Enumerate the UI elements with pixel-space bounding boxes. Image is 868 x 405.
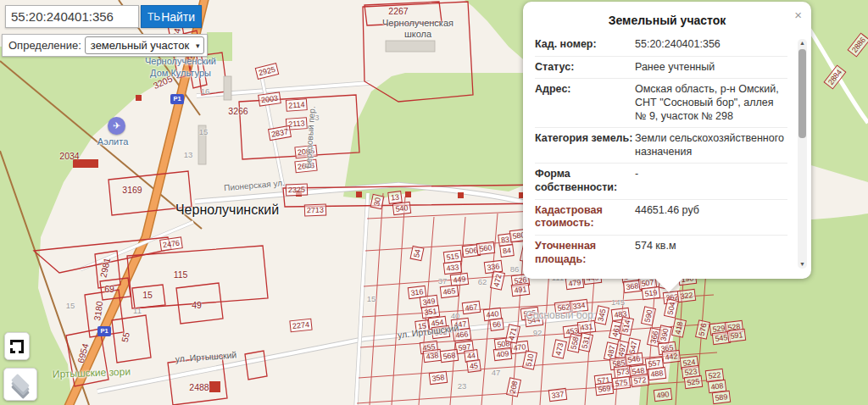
parcel-number[interactable]: 2267 — [388, 7, 408, 16]
quarter-number: 15 — [66, 302, 75, 310]
quarter-number: 23 — [458, 382, 467, 391]
parcel-label[interactable]: 45 — [466, 359, 481, 373]
parcel-label[interactable]: 433 — [443, 261, 463, 275]
object-type-filter: Определение: земельный участок ▾ — [2, 34, 208, 57]
search-input[interactable] — [5, 5, 139, 28]
quarter-number: 62 — [478, 278, 487, 286]
parcel-label[interactable]: 322 — [677, 289, 697, 302]
parcel-label[interactable]: 589 — [712, 391, 732, 404]
parcel-label[interactable]: 525 — [684, 375, 704, 389]
extent-tool-button[interactable] — [4, 332, 30, 360]
parcel-label[interactable]: 2274 — [289, 319, 312, 333]
parcel-label[interactable]: 2325 — [286, 184, 309, 197]
parcel-number[interactable]: 49 — [192, 301, 202, 310]
map-text-label: Дом Культуры — [150, 68, 211, 79]
layers-button[interactable] — [3, 368, 37, 401]
panel-row: Категория земель:Земли сельскохозяйствен… — [535, 127, 787, 163]
panel-scrollbar[interactable]: ▲ ▼ — [798, 39, 807, 269]
parcel-label[interactable]: 560 — [476, 241, 496, 255]
parcel-number[interactable]: 3266 — [228, 107, 248, 116]
parcel-number[interactable]: 3169 — [122, 186, 142, 195]
parcel-label[interactable]: 337 — [548, 388, 568, 402]
parcel-number[interactable]: 55 — [120, 331, 131, 343]
map-text-label: школа — [404, 29, 431, 40]
parcel-label[interactable]: 569 — [595, 382, 615, 396]
quarter-number: 15 — [199, 128, 209, 136]
quarter-number: 92 — [533, 329, 542, 337]
find-button[interactable]: ТЬ Найти — [141, 5, 202, 28]
row-value: 574 кв.м — [635, 240, 676, 266]
parcel-label[interactable]: 591 — [727, 329, 747, 342]
panel-row: Форма собственности:- — [535, 163, 787, 198]
row-value: 44651.46 руб — [635, 204, 699, 230]
parcel-number[interactable]: 2488 — [189, 383, 209, 392]
parcel-label[interactable]: 490 — [654, 388, 673, 402]
row-label: Форма собственности: — [535, 168, 635, 194]
layers-icon — [9, 374, 31, 395]
parcel-label[interactable]: 488 — [648, 367, 667, 380]
parcel-label[interactable]: 2713 — [304, 204, 327, 217]
panel-rows: Кад. номер:55:20:240401:356Статус:Ранее … — [535, 34, 787, 270]
row-label: Статус: — [535, 61, 635, 75]
row-value: 55:20:240401:356 — [635, 38, 721, 52]
object-type-select[interactable]: земельный участок ▾ — [85, 36, 204, 54]
scroll-down-icon[interactable]: ▼ — [798, 260, 807, 269]
quarter-number: 47 — [492, 369, 501, 377]
parcel-label[interactable]: 540 — [392, 202, 412, 215]
filter-label: Определение: — [8, 39, 81, 52]
scroll-up-icon[interactable]: ▲ — [798, 39, 807, 47]
row-value: Ранее учтенный — [635, 61, 715, 75]
parcel-label[interactable]: 84 — [499, 244, 515, 258]
panel-row: Кадастровая стоимость:44651.46 руб — [535, 199, 787, 235]
parcel-label[interactable]: 465 — [440, 285, 459, 298]
row-value: Земли сельскохозяйственного назначения — [635, 132, 787, 158]
row-value: Омская область, р-н Омский, СНТ "Сосновы… — [635, 83, 787, 123]
parcel-label[interactable]: 467 — [462, 301, 481, 314]
parcel-number[interactable]: 115 — [174, 270, 188, 280]
quarter-number: 11 — [133, 307, 142, 315]
close-icon[interactable]: × — [794, 8, 802, 21]
parcel-label[interactable]: 442 — [662, 350, 682, 363]
quarter-number: 145 — [611, 298, 625, 307]
parcel-label[interactable]: 2114 — [286, 98, 308, 112]
parcel-label[interactable]: 491 — [511, 283, 531, 297]
parcel-number[interactable]: 15 — [142, 291, 153, 300]
parcel-label[interactable]: 358 — [429, 371, 448, 385]
row-value: - — [635, 168, 638, 194]
road-shield-icon: Р1 — [97, 326, 111, 336]
map-text-label: Чернолученская — [382, 18, 453, 29]
quarter-number: 86 — [510, 265, 520, 274]
map-text-label: Чернолучинский — [175, 202, 279, 218]
map-text-label: Сосновый бор — [526, 310, 593, 322]
quarter-number: 13 — [184, 151, 193, 159]
panel-row: Кад. номер:55:20:240401:356 — [535, 34, 787, 56]
map-text-label: Чернолученский — [145, 56, 216, 67]
selected-object-type: земельный участок — [91, 39, 189, 52]
extent-icon — [10, 340, 24, 353]
parcel-label[interactable]: 66 — [489, 318, 504, 331]
search-bar: ТЬ Найти — [5, 5, 202, 28]
row-label: Кад. номер: — [535, 38, 635, 52]
airport-poi-icon[interactable]: ✈ — [108, 117, 125, 135]
panel-row: Адрес:Омская область, р-н Омский, СНТ "С… — [535, 78, 787, 127]
panel-row: Уточненная площадь:574 кв.м — [535, 235, 787, 270]
road-shield-icon: Р1 — [170, 94, 184, 104]
find-button-label: Найти — [161, 10, 195, 24]
panel-row: Статус:Ранее учтенный — [535, 56, 787, 79]
cadastral-map-app: 2003211421132925283720852698271322742476… — [0, 0, 868, 405]
parcel-label[interactable]: 568 — [440, 349, 459, 363]
panel-title: Земельный участок — [535, 10, 799, 34]
parcel-number[interactable]: 69 — [104, 285, 114, 294]
row-label: Кадастровая стоимость: — [535, 204, 635, 230]
quarter-number: 37 — [438, 277, 448, 286]
parcel-number[interactable]: 2034 — [59, 152, 79, 161]
scrollbar-thumb[interactable] — [798, 49, 806, 138]
row-label: Уточненная площадь: — [535, 240, 635, 266]
parcel-label[interactable]: 575 — [612, 376, 632, 390]
parcel-label[interactable]: 409 — [493, 347, 513, 361]
row-label: Категория земель: — [535, 132, 635, 158]
parcel-label[interactable]: 519 — [642, 286, 661, 300]
row-label: Адрес: — [535, 83, 635, 123]
quarter-number: 16 — [201, 87, 210, 96]
parcel-label[interactable]: 572 — [631, 374, 650, 387]
